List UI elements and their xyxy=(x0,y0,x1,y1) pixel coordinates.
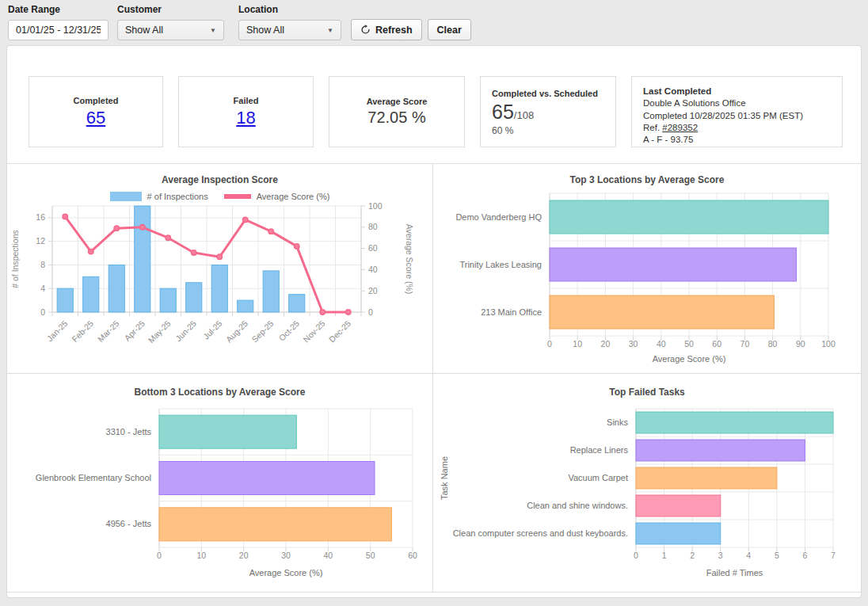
chart-title: Average Inspection Score xyxy=(7,164,432,185)
svg-text:50: 50 xyxy=(366,551,375,560)
svg-text:40: 40 xyxy=(657,339,666,349)
svg-text:2: 2 xyxy=(690,551,695,560)
svg-text:0: 0 xyxy=(547,339,552,349)
chevron-down-icon: ▼ xyxy=(210,27,216,34)
completed-vs-scheduled-label: Completed vs. Scheduled xyxy=(492,89,615,98)
average-score-card-label: Average Score xyxy=(367,97,428,106)
completed-count: 65 xyxy=(492,101,514,124)
completed-vs-scheduled-card: Completed vs. Scheduled 65 /108 60 % xyxy=(480,76,616,147)
failed-count-link[interactable]: 18 xyxy=(236,108,255,128)
legend-item-inspections[interactable]: # of Inspections xyxy=(110,192,208,201)
svg-text:0: 0 xyxy=(634,551,638,560)
svg-text:May-25: May-25 xyxy=(146,318,172,345)
svg-text:# of Inspections: # of Inspections xyxy=(10,230,20,288)
completed-card: Completed 65 xyxy=(29,76,163,147)
ref-label: Ref. xyxy=(643,123,660,132)
completed-vs-scheduled-value: 65 /108 xyxy=(492,101,615,124)
legend-item-average-score[interactable]: Average Score (%) xyxy=(224,192,330,201)
clear-button[interactable]: Clear xyxy=(428,19,471,40)
svg-text:60: 60 xyxy=(368,243,378,253)
svg-text:7: 7 xyxy=(831,551,836,560)
location-label: Location xyxy=(238,4,341,15)
svg-text:Clean and shine windows.: Clean and shine windows. xyxy=(527,501,628,510)
svg-text:Average Score (%): Average Score (%) xyxy=(405,224,414,295)
customer-select[interactable]: Show All ▼ xyxy=(117,20,224,40)
svg-text:90: 90 xyxy=(796,339,805,349)
svg-text:4956 - Jetts: 4956 - Jetts xyxy=(106,519,152,528)
average-inspection-score-chart-canvas: 0481216020406080100# of InspectionsAvera… xyxy=(7,202,432,359)
customer-select-value: Show All xyxy=(125,25,163,36)
svg-text:100: 100 xyxy=(368,202,383,211)
clear-button-label: Clear xyxy=(437,25,462,36)
svg-text:16: 16 xyxy=(36,212,45,222)
average-score-value: 72.05 % xyxy=(367,109,425,127)
scheduled-total: /108 xyxy=(514,109,534,121)
svg-text:4: 4 xyxy=(40,284,45,293)
last-completed-card: Last Completed Double A Solutions Office… xyxy=(631,76,843,147)
legend-label: Average Score (%) xyxy=(257,192,330,201)
location-select-value: Show All xyxy=(246,25,284,36)
date-range-label: Date Range xyxy=(8,4,108,15)
svg-text:Aug-25: Aug-25 xyxy=(224,318,250,345)
filter-bar: Date Range Customer Show All ▼ Location … xyxy=(0,0,868,40)
customer-filter: Customer Show All ▼ xyxy=(117,4,224,40)
svg-text:20: 20 xyxy=(601,339,611,349)
svg-text:70: 70 xyxy=(740,339,750,349)
bottom-locations-chart-canvas: 01020304050603310 - JettsGlenbrook Eleme… xyxy=(7,399,432,591)
refresh-button[interactable]: Refresh xyxy=(351,19,422,40)
charts-grid: Average Inspection Score # of Inspection… xyxy=(7,163,861,593)
svg-text:0: 0 xyxy=(368,307,373,317)
chart-title: Bottom 3 Locations by Average Score xyxy=(7,374,432,398)
svg-text:Sep-25: Sep-25 xyxy=(249,318,276,345)
refresh-icon xyxy=(360,25,371,35)
top-locations-chart-canvas: 0102030405060708090100Demo Vanderberg HQ… xyxy=(433,189,861,371)
svg-text:213 Main Office: 213 Main Office xyxy=(481,307,542,317)
completed-card-label: Completed xyxy=(74,96,119,105)
svg-text:6: 6 xyxy=(803,551,808,560)
failed-card-label: Failed xyxy=(234,96,259,105)
svg-text:40: 40 xyxy=(323,551,333,560)
chevron-down-icon: ▼ xyxy=(327,27,333,34)
last-completed-label: Last Completed xyxy=(643,86,842,97)
top-locations-panel: Top 3 Locations by Average Score 0102030… xyxy=(432,164,861,373)
svg-text:Mar-25: Mar-25 xyxy=(96,318,121,344)
chart-title: Top Failed Tasks xyxy=(433,374,861,398)
svg-text:Glenbrook Elementary School: Glenbrook Elementary School xyxy=(36,473,151,482)
svg-text:Jul-25: Jul-25 xyxy=(201,318,224,341)
svg-text:Replace Liners: Replace Liners xyxy=(570,445,629,455)
svg-text:Sinks: Sinks xyxy=(607,417,628,427)
svg-text:Task Name: Task Name xyxy=(440,456,449,500)
svg-text:80: 80 xyxy=(768,339,778,349)
customer-label: Customer xyxy=(117,4,224,15)
svg-text:Jan-25: Jan-25 xyxy=(44,318,69,343)
bar-swatch xyxy=(110,192,142,201)
average-score-card: Average Score 72.05 % xyxy=(329,76,465,147)
date-range-filter: Date Range xyxy=(8,4,108,40)
completed-count-link[interactable]: 65 xyxy=(86,108,105,128)
svg-text:Oct-25: Oct-25 xyxy=(276,318,301,343)
date-range-input[interactable] xyxy=(8,20,108,40)
ref-number-link[interactable]: #289352 xyxy=(662,123,698,132)
svg-text:20: 20 xyxy=(239,551,249,560)
completed-vs-scheduled-percent: 60 % xyxy=(492,125,615,136)
svg-text:60: 60 xyxy=(712,339,721,349)
svg-text:3: 3 xyxy=(718,551,723,560)
line-swatch xyxy=(224,194,251,199)
location-filter: Location Show All ▼ xyxy=(238,4,341,40)
location-select[interactable]: Show All ▼ xyxy=(238,20,341,40)
svg-text:0: 0 xyxy=(40,307,45,317)
svg-text:Trinity Lakes Leasing: Trinity Lakes Leasing xyxy=(459,260,542,269)
chart-title: Top 3 Locations by Average Score xyxy=(433,164,861,185)
svg-text:Jun-25: Jun-25 xyxy=(173,318,198,343)
top-failed-tasks-chart-canvas: 01234567SinksReplace LinersVacuum Carpet… xyxy=(433,399,861,591)
svg-text:Feb-25: Feb-25 xyxy=(70,318,95,344)
svg-text:Failed # Times: Failed # Times xyxy=(706,568,763,577)
svg-text:Average Score (%): Average Score (%) xyxy=(653,354,726,364)
top-failed-tasks-panel: Top Failed Tasks 01234567SinksReplace Li… xyxy=(432,373,861,592)
legend-label: # of Inspections xyxy=(147,192,208,201)
svg-text:20: 20 xyxy=(368,286,378,295)
svg-text:Apr-25: Apr-25 xyxy=(122,318,147,343)
average-inspection-score-panel: Average Inspection Score # of Inspection… xyxy=(7,164,432,373)
svg-text:3310 - Jetts: 3310 - Jetts xyxy=(106,427,152,436)
svg-text:Nov-25: Nov-25 xyxy=(301,318,327,345)
